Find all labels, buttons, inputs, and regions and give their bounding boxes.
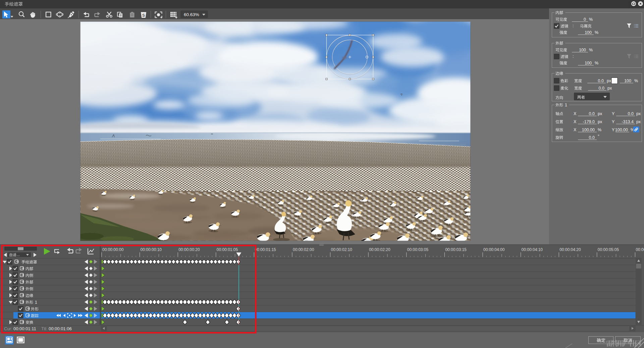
svg-text:...: ...: [17, 253, 20, 257]
svg-text:-179.0: -179.0: [583, 119, 595, 124]
svg-text:%: %: [595, 30, 598, 35]
svg-text:%: %: [634, 79, 638, 83]
svg-text:1: 1: [35, 300, 37, 305]
svg-text::: :: [573, 23, 574, 28]
svg-text:00:00:02:10: 00:00:02:10: [331, 247, 353, 252]
svg-text:100: 100: [624, 79, 631, 83]
svg-text:Y: Y: [612, 111, 615, 116]
svg-text:00:00:00:10: 00:00:00:10: [141, 247, 162, 252]
svg-text:00:00:04:00: 00:00:04:00: [483, 247, 505, 252]
svg-text:00:00:03:15: 00:00:03:15: [445, 247, 467, 252]
svg-text:Y: Y: [612, 119, 615, 124]
svg-text:0.0: 0.0: [628, 111, 634, 116]
svg-text:0.0: 0.0: [589, 135, 595, 140]
svg-text:00:00:02:20: 00:00:02:20: [369, 247, 390, 252]
svg-text:60.63%: 60.63%: [184, 12, 199, 17]
svg-text:Ttl:: Ttl:: [41, 326, 47, 331]
svg-text:00:00:01:05: 00:00:01:05: [217, 247, 238, 252]
svg-text::: :: [573, 54, 574, 59]
svg-text:%: %: [589, 17, 593, 22]
svg-text:0: 0: [584, 17, 586, 22]
svg-text:%: %: [589, 48, 593, 52]
svg-text:X: X: [574, 119, 577, 124]
svg-text:-313.4: -313.4: [622, 119, 634, 124]
svg-text:00:00:00:00: 00:00:00:00: [102, 247, 124, 252]
svg-text:px: px: [598, 111, 602, 116]
svg-text:00:00:03:05: 00:00:03:05: [407, 247, 429, 252]
svg-text:px: px: [598, 119, 602, 124]
svg-text:px: px: [607, 86, 612, 91]
svg-text:00:00:00:20: 00:00:00:20: [178, 247, 200, 252]
svg-text:00:00:01:06: 00:00:01:06: [49, 326, 72, 331]
svg-text:00:00:01:15: 00:00:01:15: [255, 247, 276, 252]
svg-text:100.00: 100.00: [582, 128, 595, 132]
svg-text:°: °: [598, 134, 599, 139]
svg-text:S: S: [142, 13, 145, 18]
svg-text:00:00:05:05: 00:00:05:05: [598, 247, 619, 252]
svg-text:Cur:: Cur:: [4, 326, 12, 331]
svg-text:00:00:01:11: 00:00:01:11: [13, 326, 36, 331]
svg-text:%: %: [598, 128, 601, 132]
svg-text:100: 100: [585, 61, 592, 65]
svg-text:px: px: [636, 111, 641, 116]
svg-text:100: 100: [579, 48, 586, 52]
svg-text:100.00: 100.00: [615, 128, 628, 132]
svg-text:1: 1: [565, 103, 567, 107]
svg-text:X: X: [574, 128, 577, 132]
svg-text:px: px: [607, 79, 611, 83]
svg-text:0.0: 0.0: [589, 111, 595, 116]
svg-text:0.0: 0.0: [598, 79, 604, 83]
svg-text:Y: Y: [612, 128, 615, 132]
svg-text:00:00:04:20: 00:00:04:20: [559, 247, 581, 252]
svg-text:00:00:02:00: 00:00:02:00: [293, 247, 314, 252]
svg-text:100: 100: [585, 30, 592, 35]
svg-text:X: X: [574, 111, 577, 116]
svg-text:px: px: [636, 119, 641, 124]
svg-text:00:00:05:15: 00:00:05:15: [636, 247, 644, 252]
svg-text:%: %: [595, 61, 598, 65]
svg-text:00:00:04:10: 00:00:04:10: [522, 247, 543, 252]
svg-text:0.0: 0.0: [599, 86, 604, 91]
